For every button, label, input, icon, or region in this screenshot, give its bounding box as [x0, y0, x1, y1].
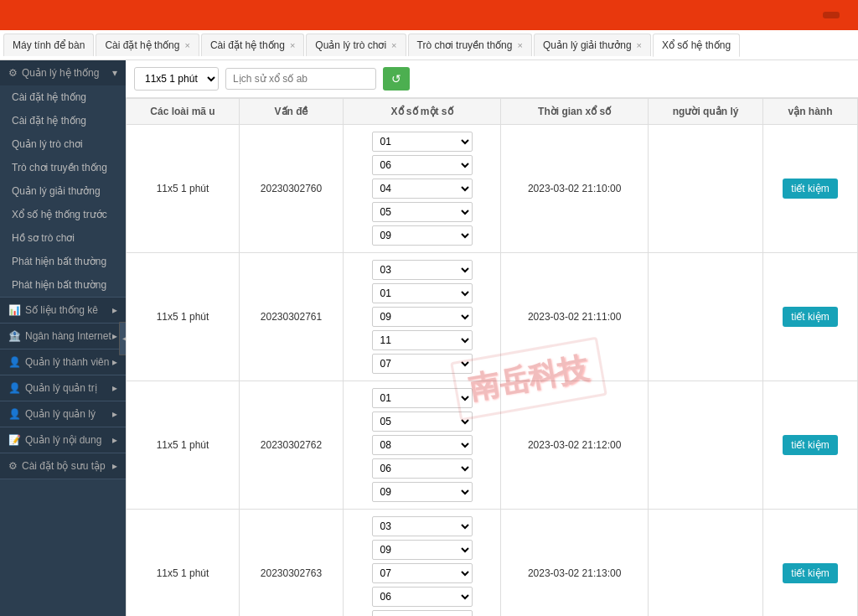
cell-manager-1 [649, 253, 763, 381]
number-select-0-2[interactable]: 0102030405060708091011 [372, 179, 473, 199]
number-select-0-1[interactable]: 0102030405060708091011 [372, 155, 473, 175]
tab-close-quan-ly-tro-choi[interactable]: × [391, 40, 396, 50]
sidebar-item-cai-dat-he-thong-2[interactable]: Cài đặt hệ thống [0, 109, 126, 132]
table-row: 11x5 1 phút20230302761010203040506070809… [127, 253, 858, 381]
main-layout: ⚙ Quản lý hệ thống ▾Cài đặt hệ thốngCài … [0, 60, 858, 616]
number-select-0-3[interactable]: 0102030405060708091011 [372, 202, 473, 222]
number-select-1-3[interactable]: 0102030405060708091011 [372, 330, 473, 350]
number-select-2-0[interactable]: 0102030405060708091011 [372, 388, 473, 408]
chevron-icon-quan-ly-thanh-vien: ▸ [112, 356, 117, 368]
cell-type-2: 11x5 1 phút [127, 381, 240, 510]
cell-issue-3: 20230302763 [239, 510, 343, 617]
sidebar-section-label-quan-ly-he-thong: Quản lý hệ thống [22, 67, 112, 79]
content-area: 11x5 1 phút11x5 3 phút11x5 5 phút ↺ 南岳科技… [126, 60, 858, 616]
number-select-3-1[interactable]: 0102030405060708091011 [372, 540, 473, 560]
tab-close-tro-choi-truyen-thong[interactable]: × [517, 40, 522, 50]
sidebar-section-icon-quan-ly-quan-tri: 👤 [8, 382, 21, 394]
sidebar-item-xo-so-he-thong-truoc[interactable]: Xổ số hệ thống trước [0, 203, 126, 226]
sidebar-section-icon-quan-ly-noi-dung: 📝 [8, 434, 21, 446]
sidebar-section-quan-ly-quan-ly: 👤 Quản lý quản lý ▸ [0, 401, 126, 427]
tab-quan-ly-giai-thuong[interactable]: Quản lý giải thưởng× [534, 34, 651, 56]
sidebar-section-quan-ly-quan-tri: 👤 Quản lý quản trị ▸ [0, 375, 126, 401]
number-select-3-0[interactable]: 0102030405060708091011 [372, 516, 473, 536]
chevron-icon-quan-ly-noi-dung: ▸ [112, 434, 117, 446]
sidebar-item-label-quan-ly-tro-choi: Quản lý trò chơi [12, 138, 83, 150]
save-button-1[interactable]: tiết kiệm [783, 307, 837, 327]
sidebar-section-header-so-lieu-thong-ke[interactable]: 📊 Số liệu thống kê ▸ [0, 298, 126, 323]
table-row: 11x5 1 phút20230302762010203040506070809… [127, 381, 858, 510]
number-select-3-3[interactable]: 0102030405060708091011 [372, 587, 473, 607]
number-select-3-2[interactable]: 0102030405060708091011 [372, 563, 473, 583]
sidebar-section-label-quan-ly-quan-tri: Quản lý quản trị [25, 382, 112, 394]
sidebar-section-label-ngan-hang-internet: Ngân hàng Internet [25, 330, 112, 342]
sidebar-item-label-phat-hien-bat-thuong-2: Phát hiện bất thường [12, 279, 106, 291]
tab-close-cai-dat-he-thong-2[interactable]: × [290, 40, 295, 50]
sidebar-section-label-so-lieu-thong-ke: Số liệu thống kê [25, 304, 112, 316]
col-header-người-quản-lý: người quản lý [649, 99, 763, 125]
number-select-2-2[interactable]: 0102030405060708091011 [372, 435, 473, 455]
sidebar-section-header-cai-dat-bo-suu-tap[interactable]: ⚙ Cài đặt bộ sưu tập ▸ [0, 453, 126, 479]
sidebar-section-quan-ly-he-thong: ⚙ Quản lý hệ thống ▾Cài đặt hệ thốngCài … [0, 60, 126, 298]
save-button-2[interactable]: tiết kiệm [783, 435, 837, 455]
tab-cai-dat-he-thong-1[interactable]: Cài đặt hệ thống× [96, 34, 199, 56]
sidebar-section-header-quan-ly-noi-dung[interactable]: 📝 Quản lý nội dung ▸ [0, 427, 126, 453]
sidebar-section-header-quan-ly-he-thong[interactable]: ⚙ Quản lý hệ thống ▾ [0, 60, 126, 85]
number-select-2-4[interactable]: 0102030405060708091011 [372, 482, 473, 502]
tab-tro-choi-truyen-thong[interactable]: Trò chơi truyền thống× [408, 34, 532, 56]
refresh-button[interactable]: ↺ [383, 67, 410, 91]
sidebar-item-phat-hien-bat-thuong-2[interactable]: Phát hiện bất thường [0, 273, 126, 297]
col-header-Vấn-đề: Vấn đề [239, 99, 343, 125]
save-button-3[interactable]: tiết kiệm [783, 563, 837, 583]
number-select-1-0[interactable]: 0102030405060708091011 [372, 260, 473, 280]
tab-bar: Máy tính để bànCài đặt hệ thống×Cài đặt … [0, 30, 858, 60]
sidebar-section-header-ngan-hang-internet[interactable]: 🏦 Ngân hàng Internet ▸ [0, 324, 126, 349]
sidebar-section-header-quan-ly-quan-ly[interactable]: 👤 Quản lý quản lý ▸ [0, 401, 126, 427]
sidebar-section-header-quan-ly-thanh-vien[interactable]: 👤 Quản lý thành viên ▸ [0, 349, 126, 375]
number-select-1-4[interactable]: 0102030405060708091011 [372, 354, 473, 374]
sidebar-item-label-ho-so-tro-choi: Hồ sơ trò chơi [12, 232, 75, 244]
sidebar-item-label-phat-hien-bat-thuong-1: Phát hiện bất thường [12, 256, 106, 267]
number-select-0-4[interactable]: 0102030405060708091011 [372, 225, 473, 246]
tab-cai-dat-he-thong-2[interactable]: Cài đặt hệ thống× [201, 34, 304, 56]
tab-quan-ly-tro-choi[interactable]: Quản lý trò chơi× [306, 34, 406, 56]
cell-issue-1: 20230302761 [239, 253, 343, 381]
cell-type-0: 11x5 1 phút [127, 125, 240, 253]
number-select-2-3[interactable]: 0102030405060708091011 [372, 458, 473, 479]
cell-time-3: 2023-03-02 21:13:00 [501, 510, 649, 617]
search-input[interactable] [225, 68, 376, 90]
sidebar-section-icon-quan-ly-thanh-vien: 👤 [8, 356, 21, 368]
tab-close-quan-ly-giai-thuong[interactable]: × [637, 40, 642, 50]
sidebar-item-phat-hien-bat-thuong-1[interactable]: Phát hiện bất thường [0, 250, 126, 273]
number-select-0-0[interactable]: 0102030405060708091011 [372, 132, 473, 152]
save-button-0[interactable]: tiết kiệm [783, 179, 837, 199]
tab-xo-so-he-thong[interactable]: Xổ số hệ thống [653, 34, 740, 57]
number-select-1-2[interactable]: 0102030405060708091011 [372, 307, 473, 327]
col-header-Thời-gian-xổ-số: Thời gian xổ số [501, 99, 649, 125]
game-type-dropdown[interactable]: 11x5 1 phút11x5 3 phút11x5 5 phút [134, 67, 219, 91]
sidebar-item-quan-ly-tro-choi[interactable]: Quản lý trò chơi [0, 132, 126, 156]
sidebar-item-ho-so-tro-choi[interactable]: Hồ sơ trò chơi [0, 226, 126, 250]
tab-close-cai-dat-he-thong-1[interactable]: × [184, 40, 189, 50]
sidebar-section-icon-quan-ly-quan-ly: 👤 [8, 408, 21, 420]
chevron-icon-quan-ly-he-thong: ▾ [112, 67, 117, 79]
sidebar-section-label-quan-ly-thanh-vien: Quản lý thành viên [25, 356, 112, 368]
top-bar [0, 0, 858, 30]
number-select-1-1[interactable]: 0102030405060708091011 [372, 283, 473, 303]
sidebar-item-cai-dat-he-thong-1[interactable]: Cài đặt hệ thống [0, 85, 126, 109]
sidebar-item-tro-choi-truyen-thong[interactable]: Trò chơi truyền thống [0, 156, 126, 179]
chevron-icon-cai-dat-bo-suu-tap: ▸ [112, 460, 117, 472]
cell-time-1: 2023-03-02 21:11:00 [501, 253, 649, 381]
sidebar-toggle[interactable]: ◀ [119, 322, 126, 355]
sidebar-item-quan-ly-giai-thuong[interactable]: Quản lý giải thưởng [0, 179, 126, 203]
number-select-2-1[interactable]: 0102030405060708091011 [372, 412, 473, 432]
chevron-icon-so-lieu-thong-ke: ▸ [112, 304, 117, 316]
cell-issue-2: 20230302762 [239, 381, 343, 510]
sidebar-section-header-quan-ly-quan-tri[interactable]: 👤 Quản lý quản trị ▸ [0, 375, 126, 401]
number-select-3-4[interactable]: 0102030405060708091011 [372, 610, 473, 616]
sidebar-section-icon-quan-ly-he-thong: ⚙ [8, 67, 18, 79]
chevron-icon-ngan-hang-internet: ▸ [112, 330, 117, 342]
menu-shortcut-button[interactable] [823, 12, 840, 18]
table-row: 11x5 1 phút20230302760010203040506070809… [127, 125, 858, 253]
sidebar-section-ngan-hang-internet: 🏦 Ngân hàng Internet ▸ [0, 324, 126, 349]
tab-may-tinh-de-ban[interactable]: Máy tính để bàn [3, 34, 94, 56]
